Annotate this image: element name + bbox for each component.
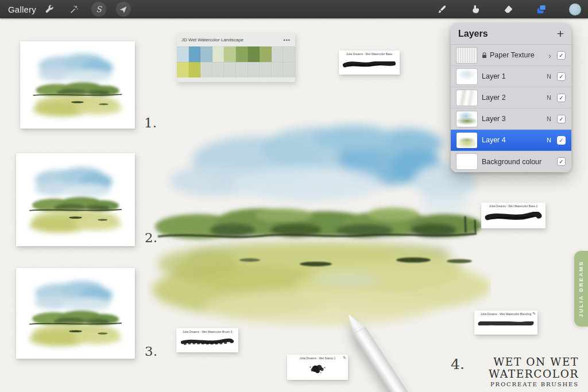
layer-label: Layer 3 [482, 115, 542, 123]
layer-thumbnail[interactable] [457, 90, 477, 106]
color-palette-card: JD Wet Watercolor Landscape ••• [177, 33, 295, 82]
layer-visibility-checkbox[interactable]: ✓ [557, 157, 566, 166]
palette-swatch [189, 46, 201, 62]
palette-swatch [283, 62, 295, 77]
reference-thumbnail-2 [16, 153, 135, 246]
layer-row-layer4-selected[interactable]: Layer 4 N ✓ [451, 130, 571, 151]
layer-label: Background colour [482, 158, 552, 166]
palette-swatch [212, 62, 225, 77]
layer-thumbnail[interactable] [457, 48, 477, 63]
smudge-finger-icon [470, 5, 480, 14]
palette-swatch [224, 46, 236, 62]
palette-swatch [260, 46, 272, 62]
gallery-button[interactable]: Gallery [8, 5, 36, 14]
step-number-3: 3. [145, 344, 157, 359]
palette-swatch [177, 46, 189, 62]
layers-panel-header: Layers + [451, 23, 571, 45]
layer-thumbnail[interactable] [457, 69, 477, 84]
blend-mode-badge[interactable]: N [547, 115, 551, 122]
right-tool-group [434, 0, 582, 18]
brush-card-label: Julia Dreams - Wet Watercolor Brush 3 [179, 330, 235, 333]
procreate-window: Gallery S [0, 0, 588, 392]
layer-visibility-checkbox[interactable]: ✓ [557, 51, 566, 60]
product-title-line1: WET ON WET [489, 356, 579, 368]
brand-side-tab: JULIA DREAMS [574, 251, 588, 327]
palette-swatch [177, 62, 189, 77]
selection-button[interactable]: S [91, 2, 106, 17]
magic-wand-icon [69, 5, 79, 14]
product-title: WET ON WET WATERCOLOR PROCREATE BRUSHES [489, 356, 579, 387]
product-title-line2: WATERCOLOR [489, 368, 579, 380]
apple-pencil-body [353, 327, 461, 392]
smudge-button[interactable] [467, 2, 482, 17]
reference-thumbnail-3 [16, 268, 135, 359]
brush-card-label: Julia Dreams - Wet Watercolor Blending [477, 312, 535, 316]
layer-row-layer1[interactable]: Layer 1 N ✓ [451, 66, 571, 87]
layer-thumbnail[interactable] [457, 133, 477, 148]
layer-thumbnail[interactable] [457, 154, 477, 169]
watercolor-landscape-painting[interactable] [146, 118, 491, 330]
palette-swatch [200, 46, 212, 62]
brand-side-tab-label: JULIA DREAMS [578, 261, 584, 317]
palette-menu-dots: ••• [284, 37, 291, 43]
erase-button[interactable] [501, 2, 516, 17]
lock-icon [482, 52, 487, 59]
brush-card-base2: Julia Dreams - Wet Watercolor Base 2 [481, 203, 546, 228]
blend-mode-badge[interactable]: N [547, 137, 551, 143]
paint-button[interactable] [434, 2, 449, 17]
product-subtitle: PROCREATE BRUSHES [489, 381, 579, 387]
pencil-edit-icon: ✎ [532, 312, 536, 316]
layer-label: Layer 2 [482, 94, 542, 102]
layer-visibility-checkbox[interactable]: ✓ [557, 94, 566, 102]
wrench-icon [45, 5, 54, 14]
layer-row-background-colour[interactable]: Background colour ✓ [451, 151, 571, 172]
add-layer-button[interactable]: + [557, 28, 564, 40]
brush-stroke-sample [179, 333, 235, 350]
palette-swatch [283, 46, 295, 62]
palette-swatch [224, 62, 236, 77]
top-toolbar: Gallery S [0, 0, 588, 18]
palette-swatch [236, 46, 248, 62]
palette-swatch [212, 46, 225, 62]
palette-title: JD Wet Watercolor Landscape [181, 37, 243, 42]
blend-mode-badge[interactable]: N [547, 73, 551, 80]
brush-card-brush3: Julia Dreams - Wet Watercolor Brush 3 [176, 328, 238, 352]
layer-visibility-checkbox[interactable]: ✓ [557, 115, 566, 123]
layer-visibility-checkbox[interactable]: ✓ [557, 72, 566, 81]
palette-swatch [248, 46, 260, 62]
palette-header: JD Wet Watercolor Landscape ••• [177, 33, 295, 46]
layers-panel-title: Layers [458, 29, 488, 39]
layers-panel: Layers + Paper Texture › ✓ Layer 1 N ✓ L… [451, 23, 571, 172]
palette-swatch [260, 62, 272, 77]
eraser-icon [504, 5, 513, 14]
step-number-2: 2. [145, 230, 157, 245]
selection-icon: S [96, 5, 102, 14]
palette-swatch [272, 46, 284, 62]
layer-row-paper-texture[interactable]: Paper Texture › ✓ [451, 45, 571, 66]
reference-thumbnail-1 [20, 41, 135, 129]
brush-stroke-sample [484, 208, 543, 226]
palette-swatch [236, 62, 248, 77]
layers-button[interactable] [534, 2, 549, 17]
adjustments-button[interactable] [67, 2, 82, 17]
blend-mode-badge[interactable]: N [547, 94, 551, 101]
brush-card-label: Julia Dreams - Wet Watercolor Base [342, 52, 397, 56]
transform-button[interactable] [116, 2, 131, 17]
layer-row-layer2[interactable]: Layer 2 N ✓ [451, 87, 571, 108]
layer-visibility-checkbox[interactable]: ✓ [557, 136, 566, 145]
palette-swatch-row-1 [177, 46, 295, 62]
brush-card-label: Julia Dreams - Wet Watercolor Base 2 [484, 204, 543, 208]
step-number-1: 1. [144, 115, 157, 130]
current-color-swatch [569, 3, 581, 15]
layers-icon [536, 4, 547, 14]
layer-thumbnail[interactable] [457, 111, 477, 127]
brush-stamp-sample [290, 360, 345, 378]
left-tool-group: S [42, 2, 131, 17]
palette-swatch-row-2 [177, 62, 295, 77]
palette-swatch [189, 62, 201, 77]
color-button[interactable] [567, 2, 582, 17]
layer-row-layer3[interactable]: Layer 3 N ✓ [451, 108, 571, 130]
actions-button[interactable] [42, 2, 57, 17]
brush-stroke-sample [477, 316, 535, 332]
chevron-right-icon[interactable]: › [548, 51, 551, 60]
